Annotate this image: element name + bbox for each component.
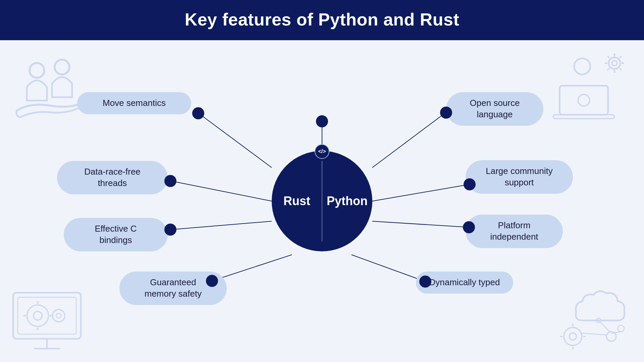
center-circle: </> Rust Python [272, 151, 372, 251]
svg-line-4 [372, 112, 446, 168]
svg-line-5 [372, 184, 470, 201]
header: Key features of Python and Rust [0, 0, 644, 40]
dot-top [316, 115, 328, 127]
pill-open-source: Open sourcelanguage [446, 92, 543, 126]
svg-line-3 [212, 255, 292, 281]
dot-data-race-free [164, 175, 176, 187]
dot-move-semantics [192, 107, 204, 119]
python-label: Python [322, 194, 372, 208]
pill-effective-c: Effective Cbindings [64, 218, 168, 251]
dot-dynamically-typed [419, 276, 431, 288]
svg-line-7 [352, 255, 425, 282]
pill-platform-independent: Platformindependent [466, 215, 563, 248]
dot-effective-c [164, 224, 176, 236]
dot-open-source [440, 107, 452, 119]
code-icon: </> [315, 144, 329, 159]
main-content: </> Rust Python Move semantics Data-race… [0, 40, 644, 362]
svg-line-2 [171, 221, 272, 230]
svg-line-1 [171, 181, 272, 201]
svg-line-6 [372, 221, 469, 227]
page-title: Key features of Python and Rust [0, 9, 644, 29]
pill-move-semantics: Move semantics [77, 92, 191, 114]
dot-guaranteed-memory [206, 275, 218, 287]
dot-large-community [464, 178, 476, 190]
svg-line-0 [199, 113, 272, 168]
dot-platform-independent [463, 221, 475, 233]
rust-label: Rust [272, 194, 322, 208]
pill-large-community: Large communitysupport [466, 160, 573, 194]
pill-data-race-free: Data-race-freethreads [57, 161, 168, 194]
